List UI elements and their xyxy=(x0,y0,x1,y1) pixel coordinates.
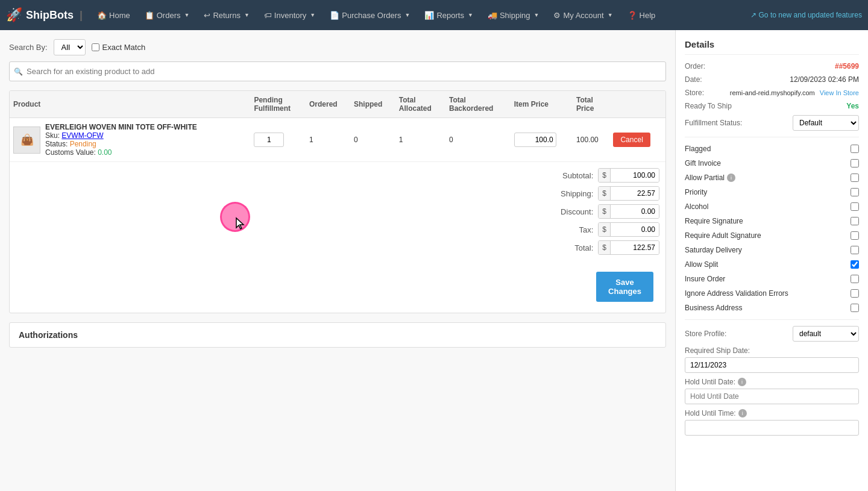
total-allocated-cell: 1 xyxy=(395,118,445,162)
checkbox-row-business-address: Business Address xyxy=(685,302,859,313)
discount-label: Discount: xyxy=(545,207,593,216)
sku-link[interactable]: EVWM-OFW xyxy=(61,131,103,140)
item-price-input[interactable] xyxy=(514,133,556,147)
search-by-label: Search By: xyxy=(9,43,48,52)
returns-caret: ▼ xyxy=(244,12,250,18)
tax-currency: $ xyxy=(599,223,611,236)
nav-shipping[interactable]: 🚚 Shipping ▼ xyxy=(482,7,546,23)
checkbox-row-require-signature: Require Signature xyxy=(685,216,859,227)
app-logo[interactable]: 🚀 ShipBots | xyxy=(6,7,83,23)
right-panel: Details Order: ##5699 Date: 12/09/2023 0… xyxy=(675,30,868,491)
nav-purchase-orders[interactable]: 📄 Purchase Orders ▼ xyxy=(324,7,416,23)
exact-match-checkbox[interactable] xyxy=(92,43,99,51)
shipping-row: Shipping: $ xyxy=(545,186,659,201)
checkbox-flagged[interactable] xyxy=(851,145,859,153)
hold-until-date-info-icon[interactable]: i xyxy=(738,378,746,386)
col-shipped: Shipped xyxy=(350,91,395,118)
divider-1 xyxy=(685,137,859,137)
store-label: Store: xyxy=(685,89,704,97)
checkbox-row-flagged: Flagged xyxy=(685,143,859,154)
hold-until-time-input[interactable] xyxy=(685,420,859,436)
nav-reports[interactable]: 📊 Reports ▼ xyxy=(418,7,479,23)
fulfillment-status-label: Fulfillment Status: xyxy=(685,119,742,127)
shipped-value: 0 xyxy=(354,136,358,144)
total-backordered-value: 0 xyxy=(449,136,453,144)
total-allocated-value: 1 xyxy=(399,136,403,144)
checkbox-label-business-address: Business Address xyxy=(685,304,742,312)
product-customs: Customs Value: 0.00 xyxy=(45,148,197,157)
col-total-allocated: TotalAllocated xyxy=(395,91,445,118)
checkbox-require-signature[interactable] xyxy=(851,217,859,225)
required-ship-date-input[interactable] xyxy=(685,357,859,373)
my-account-caret: ▼ xyxy=(608,12,613,18)
logo-separator: | xyxy=(80,9,83,22)
subtotal-input[interactable] xyxy=(611,169,659,182)
orders-icon: 📋 xyxy=(145,11,154,20)
search-icon: 🔍 xyxy=(14,67,23,76)
store-value: remi-and-reid.myshopify.com xyxy=(730,89,815,96)
checkbox-row-alcohol: Alcohol xyxy=(685,201,859,212)
tax-input[interactable] xyxy=(611,223,659,236)
subtotal-row: Subtotal: $ xyxy=(545,168,659,183)
checkbox-label-insure-order: Insure Order xyxy=(685,275,725,283)
allow-partial-info-icon[interactable]: i xyxy=(727,174,735,182)
checkbox-row-insure-order: Insure Order xyxy=(685,274,859,284)
shipped-cell: 0 xyxy=(350,118,395,162)
store-value-wrap: remi-and-reid.myshopify.com View In Stor… xyxy=(730,89,859,96)
product-table-wrap: Product PendingFulfillment Ordered Shipp… xyxy=(9,90,666,313)
checkbox-insure-order[interactable] xyxy=(851,275,859,283)
item-price-cell xyxy=(511,118,573,162)
checkbox-row-require-adult-signature: Require Adult Signature xyxy=(685,230,859,241)
total-price-value: 100.00 xyxy=(576,136,599,144)
search-input-wrap: 🔍 xyxy=(9,61,666,81)
nav-help[interactable]: ❓ Help xyxy=(621,7,662,23)
total-input[interactable] xyxy=(611,241,659,254)
shipping-label: Shipping: xyxy=(545,189,593,198)
new-features-banner[interactable]: ↗ Go to new and updated features xyxy=(750,11,862,19)
checkbox-allow-partial[interactable] xyxy=(851,174,859,182)
checkbox-business-address[interactable] xyxy=(851,304,859,312)
save-changes-button[interactable]: Save Changes xyxy=(596,272,653,302)
nav-orders[interactable]: 📋 Orders ▼ xyxy=(139,7,196,23)
hold-until-time-wrap: Hold Until Time: i xyxy=(685,409,859,436)
checkbox-priority[interactable] xyxy=(851,188,859,196)
nav-returns[interactable]: ↩ Returns ▼ xyxy=(198,7,255,23)
checkbox-row-ignore-address-validation: Ignore Address Validation Errors xyxy=(685,288,859,299)
shipping-input[interactable] xyxy=(611,187,659,200)
store-profile-select[interactable]: default xyxy=(793,326,859,342)
store-profile-label: Store Profile: xyxy=(685,330,726,338)
tax-row: Tax: $ xyxy=(545,222,659,237)
view-in-store-link[interactable]: View In Store xyxy=(820,89,859,96)
checkbox-saturday-delivery[interactable] xyxy=(851,246,859,254)
checkbox-label-alcohol: Alcohol xyxy=(685,202,708,211)
store-row: Store: remi-and-reid.myshopify.com View … xyxy=(685,89,859,97)
checkbox-ignore-address-validation[interactable] xyxy=(851,289,859,298)
product-search-input[interactable] xyxy=(9,61,666,81)
nav-my-account[interactable]: ⚙ My Account ▼ xyxy=(547,7,618,23)
order-label: Order: xyxy=(685,62,705,70)
checkbox-label-allow-partial: Allow Partiali xyxy=(685,174,735,182)
checkbox-row-allow-split: Allow Split xyxy=(685,259,859,270)
checkbox-require-adult-signature[interactable] xyxy=(851,231,859,240)
col-total-price: TotalPrice xyxy=(573,91,609,118)
checkbox-label-gift-invoice: Gift Invoice xyxy=(685,159,721,167)
fulfillment-status-select[interactable]: Default xyxy=(793,115,859,131)
help-icon: ❓ xyxy=(627,11,637,20)
nav-home[interactable]: 🏠 Home xyxy=(91,7,136,23)
main-container: Search By: All Exact Match 🔍 Product Pen… xyxy=(0,30,868,491)
discount-currency: $ xyxy=(599,205,611,218)
hold-until-date-input[interactable] xyxy=(685,389,859,404)
nav-inventory[interactable]: 🏷 Inventory ▼ xyxy=(258,7,321,23)
discount-input[interactable] xyxy=(611,205,659,218)
order-link[interactable]: ##5699 xyxy=(835,62,859,70)
customs-value: 0.00 xyxy=(98,148,112,157)
search-by-select[interactable]: All xyxy=(54,39,86,55)
cancel-button[interactable]: Cancel xyxy=(613,133,650,147)
hold-until-time-info-icon[interactable]: i xyxy=(738,409,747,418)
checkbox-allow-split[interactable] xyxy=(851,260,859,269)
checkbox-row-saturday-delivery: Saturday Delivery xyxy=(685,245,859,255)
checkbox-alcohol[interactable] xyxy=(851,202,859,211)
total-row: Total: $ xyxy=(545,240,659,255)
checkbox-gift-invoice[interactable] xyxy=(851,159,859,167)
pending-fulfillment-input[interactable] xyxy=(254,133,284,147)
